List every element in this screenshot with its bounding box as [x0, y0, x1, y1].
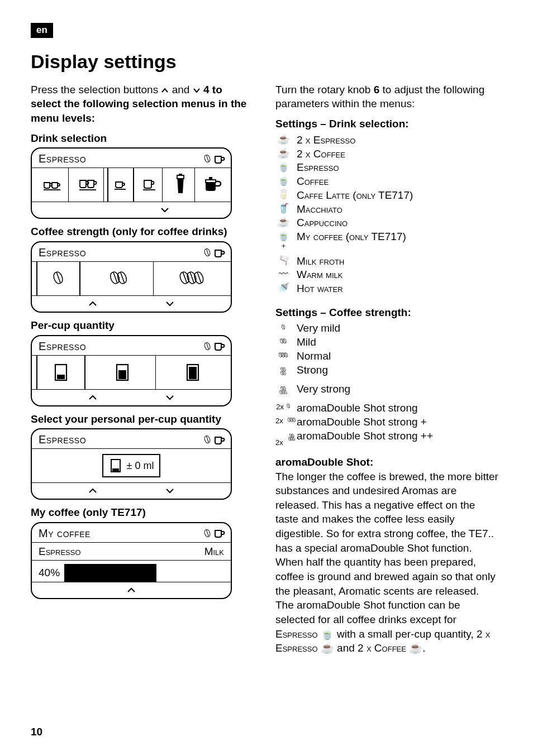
page-number: 10 [31, 725, 42, 739]
double-coffee-icon: ☕ [275, 147, 291, 159]
list-item: Coffee [297, 175, 329, 188]
beans-4-icon [275, 363, 291, 382]
list-item: My coffee (only TE717) [297, 230, 406, 243]
macchiato-icon: 🥤 [275, 203, 291, 214]
chevron-up-icon [126, 587, 136, 594]
double-coffee-icon [78, 175, 97, 194]
ads-3-icon: 2x [275, 429, 291, 447]
list-item: Warm milk [297, 268, 342, 281]
drink-list: ☕2 x Espresso ☕2 x Coffee 🍵Espresso 🍵Cof… [275, 133, 499, 295]
chevron-down-icon [165, 300, 175, 307]
beans-5-icon [275, 382, 291, 401]
list-item: Very mild [297, 322, 340, 335]
list-item: 2 x Espresso [297, 133, 355, 147]
panel-title: My coffee [39, 526, 91, 541]
beans-2-icon [275, 336, 291, 347]
double-espresso-icon: ☕ [275, 133, 291, 145]
espresso-icon [113, 178, 129, 192]
beans-1-icon [275, 322, 291, 333]
cup-small-icon [51, 361, 70, 384]
drink-selection-heading: Drink selection [31, 131, 254, 146]
milk-froth-icon: 🫗 [275, 255, 291, 266]
list-item: Mild [297, 336, 316, 349]
personal-heading: Select your personal per-cup quantity [31, 412, 254, 427]
panel-title: Espresso [39, 432, 86, 447]
ads-2-icon: 2x [275, 415, 291, 425]
panel-personal: Espresso ± 0 ml [31, 428, 232, 500]
progress-bar [65, 564, 231, 582]
list-item: Milk froth [297, 255, 344, 268]
svg-rect-14 [112, 468, 119, 471]
list-item: aromaDouble Shot strong [297, 401, 418, 415]
bean-cup-icon [205, 339, 225, 354]
espresso-icon: 🍵 [275, 161, 291, 173]
coffee-icon: 🍵 [275, 175, 291, 186]
list-item: Hot water [297, 282, 343, 295]
mc-left: Espresso [39, 544, 81, 559]
chevron-down-icon [160, 207, 170, 213]
latte-icon: 🥛 [275, 189, 291, 200]
my-coffee-icon: 🍵⁺ [275, 230, 291, 254]
bean-cup-icon [205, 245, 225, 260]
settings-drink-heading: Settings – Drink selection: [275, 117, 499, 131]
list-item: Macchiato [297, 203, 342, 216]
right-column: Turn the rotary knob 6 to adjust the fol… [275, 83, 499, 655]
list-item: Espresso [297, 161, 339, 174]
macchiato-icon [172, 173, 189, 197]
mc-right: Milk [204, 544, 224, 559]
ads-1-icon: 2x [275, 401, 291, 412]
mc-percent: 40% [32, 564, 65, 582]
beans-2-icon [111, 267, 126, 290]
cup-icon [109, 457, 123, 474]
list-item: Very strong [297, 382, 350, 396]
left-column: Press the selection buttons and 4 to sel… [31, 83, 254, 655]
list-item: Caffe Latte (only TE717) [297, 189, 413, 202]
cappuccino-icon [202, 174, 222, 195]
svg-rect-8 [57, 375, 65, 379]
svg-rect-12 [189, 367, 197, 379]
coffee-strength-heading: Coffee strength (only for coffee drinks) [31, 224, 254, 239]
list-item: 2 x Coffee [297, 147, 345, 161]
hot-water-icon: 🚿 [275, 282, 291, 294]
warm-milk-icon: 〰 [275, 268, 291, 280]
page-title: Display settings [31, 49, 502, 75]
coffee-icon [141, 176, 158, 193]
chevron-up-icon [88, 487, 98, 494]
chevron-up-icon [88, 394, 98, 401]
panel-title: Espresso [39, 245, 86, 260]
panel-drink-selection: Espresso [31, 147, 232, 219]
personal-value: ± 0 ml [127, 459, 154, 472]
cup-medium-icon [113, 361, 132, 384]
per-cup-heading: Per-cup quantity [31, 318, 254, 333]
panel-my-coffee: My coffee Espresso Milk 40% [31, 522, 232, 599]
chevron-down-icon [165, 394, 175, 401]
panel-coffee-strength: Espresso [31, 241, 232, 313]
list-item: Strong [297, 363, 328, 377]
list-item: aromaDouble Shot strong + [297, 415, 427, 429]
language-badge: en [31, 23, 53, 38]
cappuccino-icon: ☕ [275, 216, 291, 228]
beans-1-icon [55, 267, 62, 290]
right-intro: Turn the rotary knob 6 to adjust the fol… [275, 83, 499, 111]
my-coffee-heading: My coffee (only TE717) [31, 505, 254, 520]
strength-list: Very mild Mild Normal Strong Very strong… [275, 322, 499, 447]
panel-per-cup: Espresso [31, 335, 232, 406]
svg-rect-10 [118, 370, 126, 379]
bean-cup-icon [205, 432, 225, 447]
aroma-paragraph: aromaDouble Shot: The longer the coffee … [275, 455, 499, 655]
bean-cup-icon [205, 526, 225, 541]
svg-rect-4 [179, 174, 182, 175]
panel-title: Espresso [39, 151, 86, 166]
beans-3-icon [181, 267, 202, 290]
list-item: Normal [297, 350, 331, 363]
svg-rect-5 [206, 180, 216, 183]
settings-strength-heading: Settings – Coffee strength: [275, 305, 499, 320]
panel-title: Espresso [39, 339, 86, 354]
svg-rect-6 [209, 177, 212, 180]
chevron-down-icon [165, 487, 175, 494]
cup-large-icon [183, 361, 202, 384]
personal-value-box: ± 0 ml [102, 454, 161, 477]
chevron-up-icon [88, 300, 98, 307]
beans-3-icon [275, 350, 291, 361]
double-espresso-icon [42, 176, 61, 193]
